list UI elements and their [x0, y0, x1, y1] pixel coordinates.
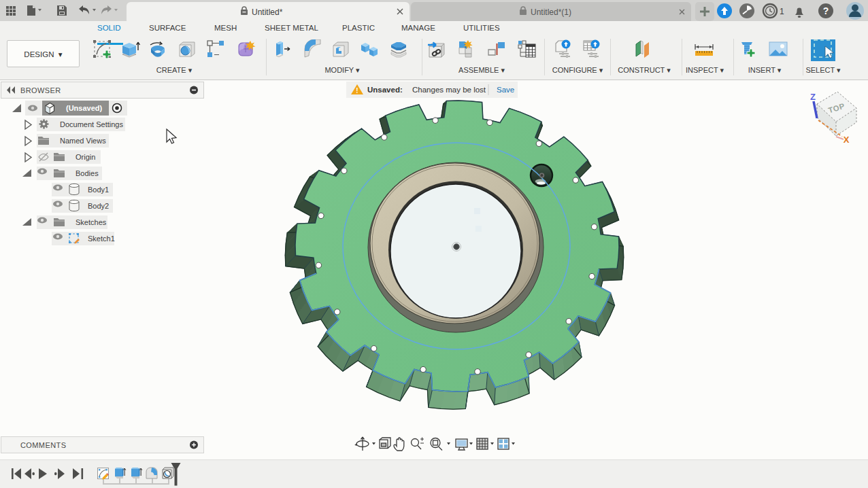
svg-text:Sketches: Sketches [76, 218, 107, 226]
svg-text:COMMENTS: COMMENTS [20, 441, 66, 449]
svg-text:Body1: Body1 [88, 186, 109, 194]
svg-text:(Unsaved): (Unsaved) [66, 104, 103, 112]
svg-text:1: 1 [780, 7, 784, 16]
svg-text:Named Views: Named Views [60, 137, 106, 145]
svg-text:?: ? [823, 5, 829, 16]
svg-text:Bodies: Bodies [76, 169, 99, 177]
svg-text:Document Settings: Document Settings [60, 120, 123, 128]
svg-text:Untitled*(1): Untitled*(1) [531, 7, 571, 17]
svg-text:Body2: Body2 [88, 202, 109, 210]
svg-text:Z: Z [810, 92, 816, 102]
svg-text:Sketch1: Sketch1 [88, 234, 115, 243]
svg-text:X: X [844, 135, 850, 145]
svg-text:BROWSER: BROWSER [20, 86, 61, 94]
svg-text:Save: Save [497, 86, 514, 94]
svg-text:Untitled*: Untitled* [252, 7, 283, 17]
svg-text:Unsaved:: Unsaved: [367, 86, 403, 94]
svg-text:!: ! [356, 87, 358, 94]
svg-text:Changes may be lost: Changes may be lost [412, 86, 486, 94]
svg-text:Origin: Origin [76, 153, 95, 161]
